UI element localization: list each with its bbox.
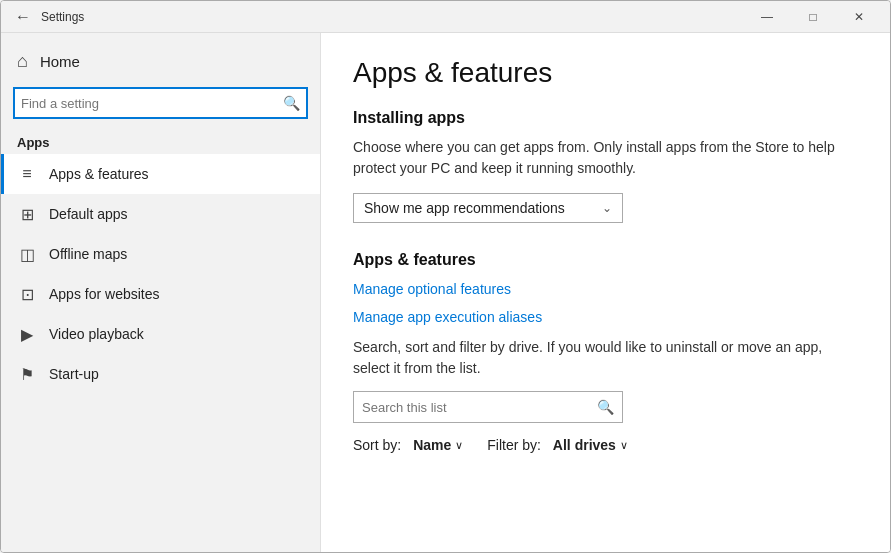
search-icon: 🔍: [283, 95, 300, 111]
app-recommendations-dropdown[interactable]: Show me app recommendations ⌄: [353, 193, 623, 223]
sidebar-item-label: Video playback: [49, 326, 144, 342]
minimize-button[interactable]: —: [744, 1, 790, 33]
sort-value: Name: [413, 437, 451, 453]
list-search-input[interactable]: [362, 400, 597, 415]
sidebar-item-startup[interactable]: ⚑ Start-up: [1, 354, 320, 394]
sort-by-control[interactable]: Sort by: Name ∨: [353, 437, 463, 453]
manage-execution-aliases-link[interactable]: Manage app execution aliases: [353, 309, 858, 325]
sidebar-search-box[interactable]: 🔍: [13, 87, 308, 119]
list-search-box[interactable]: 🔍: [353, 391, 623, 423]
window-controls: — □ ✕: [744, 1, 882, 33]
filter-label: Filter by:: [487, 437, 541, 453]
apps-websites-icon: ⊡: [17, 285, 37, 304]
sidebar-home[interactable]: ⌂ Home: [1, 41, 320, 81]
filter-value: All drives: [553, 437, 616, 453]
content-area: ⌂ Home 🔍 Apps ≡ Apps & features ⊞ Defaul…: [1, 33, 890, 552]
sidebar-item-label: Offline maps: [49, 246, 127, 262]
filter-by-control[interactable]: Filter by: All drives ∨: [487, 437, 628, 453]
sidebar-item-label: Apps for websites: [49, 286, 160, 302]
page-title: Apps & features: [353, 57, 858, 89]
close-button[interactable]: ✕: [836, 1, 882, 33]
maximize-button[interactable]: □: [790, 1, 836, 33]
sidebar-item-apps-websites[interactable]: ⊡ Apps for websites: [1, 274, 320, 314]
startup-icon: ⚑: [17, 365, 37, 384]
installing-apps-title: Installing apps: [353, 109, 858, 127]
chevron-down-icon: ⌄: [602, 201, 612, 215]
settings-window: ← Settings — □ ✕ ⌂ Home 🔍 Apps ≡ Apps & …: [0, 0, 891, 553]
filter-chevron-icon: ∨: [620, 439, 628, 452]
sort-filter-row: Sort by: Name ∨ Filter by: All drives ∨: [353, 437, 858, 453]
default-apps-icon: ⊞: [17, 205, 37, 224]
sidebar-item-label: Default apps: [49, 206, 128, 222]
back-button[interactable]: ←: [9, 3, 37, 31]
sidebar-item-video-playback[interactable]: ▶ Video playback: [1, 314, 320, 354]
search-description: Search, sort and filter by drive. If you…: [353, 337, 858, 379]
list-search-icon: 🔍: [597, 399, 614, 415]
sidebar-item-offline-maps[interactable]: ◫ Offline maps: [1, 234, 320, 274]
sidebar-item-label: Apps & features: [49, 166, 149, 182]
home-icon: ⌂: [17, 51, 28, 72]
manage-optional-features-link[interactable]: Manage optional features: [353, 281, 858, 297]
title-bar: ← Settings — □ ✕: [1, 1, 890, 33]
offline-maps-icon: ◫: [17, 245, 37, 264]
search-input[interactable]: [21, 96, 283, 111]
apps-features-icon: ≡: [17, 165, 37, 183]
home-label: Home: [40, 53, 80, 70]
sidebar-item-default-apps[interactable]: ⊞ Default apps: [1, 194, 320, 234]
installing-apps-description: Choose where you can get apps from. Only…: [353, 137, 858, 179]
sort-chevron-icon: ∨: [455, 439, 463, 452]
sidebar: ⌂ Home 🔍 Apps ≡ Apps & features ⊞ Defaul…: [1, 33, 321, 552]
sort-label: Sort by:: [353, 437, 401, 453]
dropdown-value: Show me app recommendations: [364, 200, 565, 216]
main-content: Apps & features Installing apps Choose w…: [321, 33, 890, 552]
window-title: Settings: [41, 10, 744, 24]
sidebar-item-apps-features[interactable]: ≡ Apps & features: [1, 154, 320, 194]
apps-features-section-title: Apps & features: [353, 251, 858, 269]
sidebar-item-label: Start-up: [49, 366, 99, 382]
sidebar-section-label: Apps: [1, 129, 320, 154]
video-playback-icon: ▶: [17, 325, 37, 344]
